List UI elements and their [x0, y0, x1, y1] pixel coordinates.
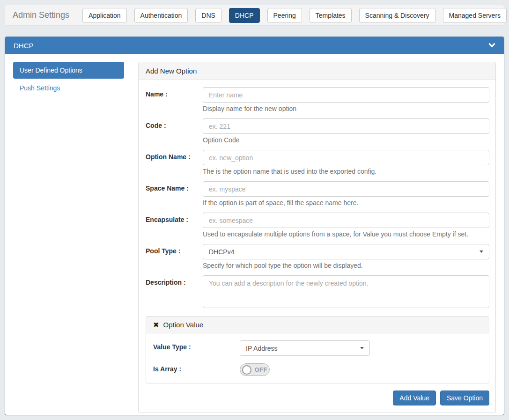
space-name-input[interactable]	[203, 181, 489, 197]
close-icon[interactable]: ✖	[153, 321, 159, 328]
form-row-space-name: Space Name : If the option is part of sp…	[146, 181, 489, 206]
form-row-is-array: Is Array : OFF	[153, 362, 482, 376]
pool-type-select[interactable]: DHCPv4	[203, 244, 489, 259]
sidebar-item-user-defined-options[interactable]: User Defined Options	[13, 62, 124, 79]
dhcp-panel-title: DHCP	[14, 42, 34, 50]
caret-down-icon	[360, 347, 364, 349]
is-array-label: Is Array :	[153, 362, 240, 373]
form-row-value-type: Value Type : IP Address	[153, 340, 482, 356]
option-name-label: Option Name :	[146, 150, 203, 175]
tab-templates[interactable]: Templates	[310, 8, 352, 23]
tab-dhcp[interactable]: DHCP	[229, 8, 260, 23]
add-new-option-panel: Add New Option Name : Display name for t…	[138, 62, 496, 413]
form-row-option-name: Option Name : The is the option name tha…	[146, 150, 489, 175]
tab-managed-servers[interactable]: Managed Servers	[443, 8, 507, 23]
encapsulate-label: Encapsulate :	[146, 213, 203, 238]
code-input[interactable]	[203, 118, 489, 134]
dhcp-sidebar: User Defined Options Push Settings	[13, 62, 124, 413]
add-value-button[interactable]: Add Value	[393, 391, 436, 405]
name-help-text: Display name for the new option	[203, 105, 489, 112]
code-label: Code :	[146, 118, 203, 144]
description-label: Description :	[146, 275, 203, 310]
option-value-header: ✖ Option Value	[146, 317, 489, 333]
value-type-label: Value Type :	[153, 340, 240, 351]
option-value-panel: ✖ Option Value Value Type : IP Address	[146, 316, 489, 383]
sidebar-item-push-settings[interactable]: Push Settings	[13, 80, 124, 96]
form-actions: Add Value Save Option	[146, 391, 489, 405]
tab-application[interactable]: Application	[82, 8, 127, 23]
name-input[interactable]	[203, 87, 489, 103]
toggle-knob	[242, 365, 251, 375]
form-row-code: Code : Option Code	[146, 118, 489, 144]
tab-authentication[interactable]: Authentication	[134, 8, 188, 23]
settings-tabs: Application Authentication DNS DHCP Peer…	[82, 8, 507, 23]
is-array-toggle[interactable]: OFF	[240, 363, 270, 376]
form-row-pool-type: Pool Type : DHCPv4 Specify for which poo…	[146, 244, 489, 269]
admin-settings-header: Admin Settings Application Authenticatio…	[5, 5, 504, 26]
add-new-option-form: Name : Display name for the new option C…	[139, 80, 495, 413]
value-type-select[interactable]: IP Address	[240, 340, 370, 356]
option-value-title: Option Value	[163, 321, 204, 329]
tab-scanning-discovery[interactable]: Scanning & Discovery	[359, 8, 435, 23]
dhcp-panel-header: DHCP	[5, 37, 504, 54]
option-value-body: Value Type : IP Address Is Array :	[146, 333, 489, 383]
encapsulate-input[interactable]	[203, 213, 489, 228]
space-name-help-text: If the option is part of space, fill the…	[203, 199, 489, 206]
pool-type-selected-value: DHCPv4	[209, 248, 234, 256]
encapsulate-help-text: Used to encapsulate multiple options fro…	[203, 230, 489, 238]
name-label: Name :	[146, 87, 203, 112]
pool-type-label: Pool Type :	[146, 244, 203, 269]
option-name-help-text: The is the option name that is used into…	[203, 168, 489, 175]
dhcp-panel: DHCP User Defined Options Push Settings …	[5, 37, 504, 415]
pool-type-help-text: Specify for which pool type the option w…	[203, 262, 489, 269]
space-name-label: Space Name :	[146, 181, 203, 206]
tab-dns[interactable]: DNS	[195, 8, 221, 23]
collapse-panel-button[interactable]	[488, 42, 495, 50]
add-new-option-title: Add New Option	[139, 62, 495, 80]
page-title: Admin Settings	[13, 10, 69, 20]
tab-peering[interactable]: Peering	[267, 8, 302, 23]
form-row-encapsulate: Encapsulate : Used to encapsulate multip…	[146, 213, 489, 238]
save-option-button[interactable]: Save Option	[440, 391, 489, 405]
toggle-state-label: OFF	[255, 366, 268, 373]
form-row-name: Name : Display name for the new option	[146, 87, 489, 112]
dhcp-content: Add New Option Name : Display name for t…	[138, 62, 496, 413]
code-help-text: Option Code	[203, 136, 489, 144]
value-type-selected-value: IP Address	[246, 345, 277, 352]
description-textarea[interactable]	[203, 275, 489, 308]
option-name-input[interactable]	[203, 150, 489, 165]
dhcp-panel-body: User Defined Options Push Settings Add N…	[5, 54, 504, 420]
caret-down-icon	[479, 251, 483, 253]
form-row-description: Description :	[146, 275, 489, 310]
chevron-down-icon	[488, 42, 495, 50]
